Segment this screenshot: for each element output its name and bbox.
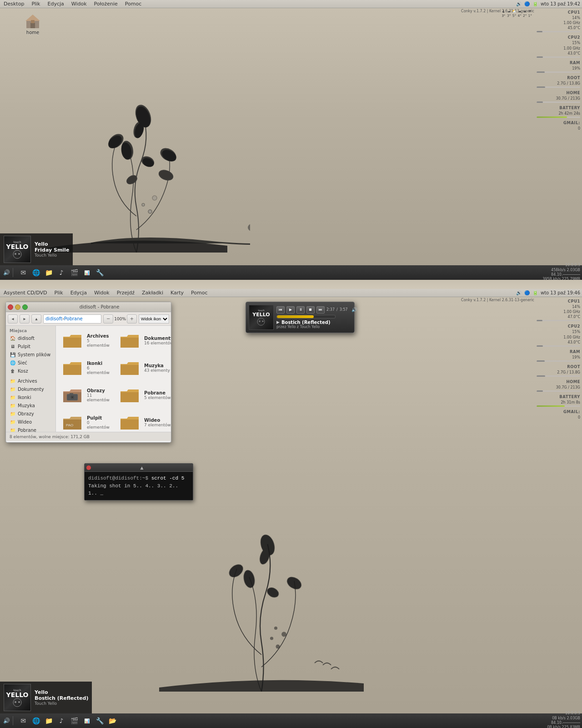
- mp-pause-btn[interactable]: ⏸: [296, 306, 305, 313]
- bluetooth-icon[interactable]: 🔵: [524, 1, 530, 6]
- fm-location-root[interactable]: didisoft: [45, 316, 62, 321]
- folder-pobrane[interactable]: Pobrane 5 elementów: [117, 384, 171, 406]
- menu-polozenie[interactable]: Położenie: [92, 1, 120, 7]
- fm-statusbar: 8 elementów, wolne miejsce: 171,2 GB: [6, 432, 171, 441]
- folder-dokumenty[interactable]: Dokumenty 16 elementów: [117, 329, 171, 351]
- fm-location-bar[interactable]: didisoft › Pobrane: [43, 314, 101, 324]
- sidebar-item-didisoft[interactable]: 🏠 didisoft: [6, 334, 55, 342]
- conky-root-bar: [537, 86, 580, 88]
- conky-b-home: HOME 30.7G / 213G: [537, 379, 580, 392]
- taskbar-globe-icon[interactable]: 🌐: [31, 268, 40, 277]
- fm-up-btn[interactable]: ▴: [31, 314, 41, 324]
- taskbar-music-icon-2[interactable]: ♪: [57, 716, 66, 725]
- weather-day-0: ☁ 3°: [507, 9, 511, 18]
- conky-b-root-val: 2.7G / 13.8G: [537, 370, 580, 375]
- window-max-btn[interactable]: [22, 304, 28, 310]
- conky-b-cpu1-bar: [537, 320, 580, 321]
- taskbar-volume-icon-2[interactable]: 🔊: [2, 716, 11, 725]
- sidebar-item-archives[interactable]: 📁 Archives: [6, 377, 55, 385]
- taskbar-folder-icon-2[interactable]: 📁: [44, 716, 53, 725]
- folder-ikonki[interactable]: Ikonki 6 elementów: [60, 357, 111, 379]
- cd-dvd-taskbar: Asystent CD/DVD Plik Edycja Widok Przejd…: [0, 289, 582, 297]
- svg-point-36: [227, 562, 246, 580]
- fm-forward-btn[interactable]: ▸: [20, 314, 30, 324]
- menu-widok[interactable]: Widok: [70, 1, 89, 7]
- sidebar-item-system[interactable]: 💾 System plików: [6, 350, 55, 359]
- conky-b-root-bar: [537, 375, 580, 377]
- battery-icon-2[interactable]: 🔋: [532, 290, 538, 295]
- taskbar-mail-icon-2[interactable]: ✉: [19, 716, 28, 725]
- volume-icon-2[interactable]: 🔊: [516, 290, 522, 295]
- menu-karty[interactable]: Karty: [169, 290, 186, 296]
- menu-pomoc-2[interactable]: Pomoc: [189, 290, 209, 296]
- taskbar-graph-icon-2[interactable]: 📊: [82, 716, 91, 725]
- menu-przejdz[interactable]: Przejdź: [115, 290, 136, 296]
- menu-plik-2[interactable]: Plik: [53, 290, 65, 296]
- menu-desktop[interactable]: Desktop: [2, 1, 26, 7]
- sidebar-item-dokumenty[interactable]: 📁 Dokumenty: [6, 385, 55, 393]
- fm-view-select[interactable]: Widok ikon: [139, 314, 169, 324]
- menu-zakladki[interactable]: Zakładki: [140, 290, 165, 296]
- window-close-btn[interactable]: [8, 304, 13, 310]
- menu-edycja[interactable]: Edycja: [46, 1, 66, 7]
- taskbar-music-icon[interactable]: ♪: [57, 268, 66, 277]
- music-artist-bottom: Yello: [35, 689, 88, 695]
- taskbar-film-icon[interactable]: 🎬: [70, 268, 79, 277]
- taskbar-folder-icon[interactable]: 📁: [44, 268, 53, 277]
- conky-root-val: 2.7G / 13.8G: [537, 81, 580, 86]
- menu-widok-2[interactable]: Widok: [92, 290, 111, 296]
- folder-obrazy[interactable]: Obrazy 11 elementów: [60, 384, 111, 406]
- sidebar-item-kosz[interactable]: 🗑 Kosz: [6, 367, 55, 375]
- sidebar-item-ikonki[interactable]: 📁 Ikonki: [6, 393, 55, 401]
- taskbar-mail-icon[interactable]: ✉: [19, 268, 28, 277]
- sidebar-item-obrazy[interactable]: 📁 Obrazy: [6, 410, 55, 418]
- conky-top: CPU1 14% 1.00 GHz 45.0°C CPU2 15% 1.00 G…: [537, 10, 582, 134]
- folder-muzyka[interactable]: Muzyka 43 elementy: [117, 357, 171, 379]
- mp-prev-btn[interactable]: ⏮: [276, 306, 285, 313]
- terminal-close-btn[interactable]: [86, 465, 91, 470]
- taskbar-graph-icon[interactable]: 📊: [82, 268, 91, 277]
- folder-pulpit[interactable]: PAO Pulpit 0 elementów: [60, 411, 111, 432]
- fm-location-sub[interactable]: Pobrane: [64, 316, 83, 321]
- volume-icon[interactable]: 🔊: [516, 1, 522, 6]
- mp-album-art: touch YELLO: [249, 305, 274, 330]
- mp-progress-bar[interactable]: [276, 315, 336, 318]
- sidebar-item-pulpit[interactable]: 🖥 Pulpit: [6, 342, 55, 350]
- conky-b-ram-bar: [537, 360, 580, 362]
- folder-archives[interactable]: Archives 5 elementów: [60, 329, 111, 351]
- window-min-btn[interactable]: [15, 304, 20, 310]
- menu-plik[interactable]: Plik: [30, 1, 42, 7]
- battery-icon[interactable]: 🔋: [532, 1, 538, 6]
- menu-edycja-2[interactable]: Edycja: [69, 290, 89, 296]
- sidebar-label-dokumenty: Dokumenty: [18, 387, 44, 392]
- bluetooth-icon-2[interactable]: 🔵: [524, 290, 530, 295]
- taskbar-volume-icon[interactable]: 🔊: [2, 268, 11, 277]
- sidebar-item-siec[interactable]: 🌐 Sieć: [6, 359, 55, 367]
- taskbar-film-icon-2[interactable]: 🎬: [70, 716, 79, 725]
- conky-root-section: ROOT 2.7G / 13.8G: [537, 76, 580, 88]
- taskbar-wrench-icon[interactable]: 🔧: [95, 268, 104, 277]
- desktop-icon-home[interactable]: home: [18, 13, 47, 35]
- folder-wideo[interactable]: Wideo 7 elementów: [117, 411, 171, 432]
- fm-back-btn[interactable]: ◂: [8, 314, 18, 324]
- mp-next-btn[interactable]: ⏭: [316, 306, 325, 313]
- fm-content: Archives 5 elementów Do: [56, 326, 171, 432]
- mp-volume-icon[interactable]: 🔊: [351, 307, 357, 312]
- sidebar-item-pobrane[interactable]: 📁 Pobrane: [6, 426, 55, 432]
- menu-pomoc[interactable]: Pomoc: [123, 1, 143, 7]
- menu-asystent[interactable]: Asystent CD/DVD: [2, 290, 49, 296]
- sidebar-item-wideo[interactable]: 📁 Wideo: [6, 418, 55, 426]
- taskbar-globe-icon-2[interactable]: 🌐: [31, 716, 40, 725]
- weather-temp-1: 5°: [512, 14, 517, 18]
- svg-point-11: [158, 168, 175, 182]
- fm-zoom-out-btn[interactable]: −: [103, 314, 113, 324]
- obrazy-folder-icon: [61, 386, 83, 404]
- mp-play-btn[interactable]: ▶: [286, 306, 295, 313]
- fm-zoom-in-btn[interactable]: +: [127, 314, 137, 324]
- archives-folder-count: 5 elementów: [87, 339, 110, 348]
- datetime-display-2: wto 13 paź 19:46: [541, 290, 580, 295]
- taskbar-folder2-icon[interactable]: 📂: [108, 716, 117, 725]
- mp-stop-btn[interactable]: ⏹: [306, 306, 315, 313]
- taskbar-wrench-icon-2[interactable]: 🔧: [95, 716, 104, 725]
- sidebar-item-muzyka[interactable]: 📁 Muzyka: [6, 401, 55, 410]
